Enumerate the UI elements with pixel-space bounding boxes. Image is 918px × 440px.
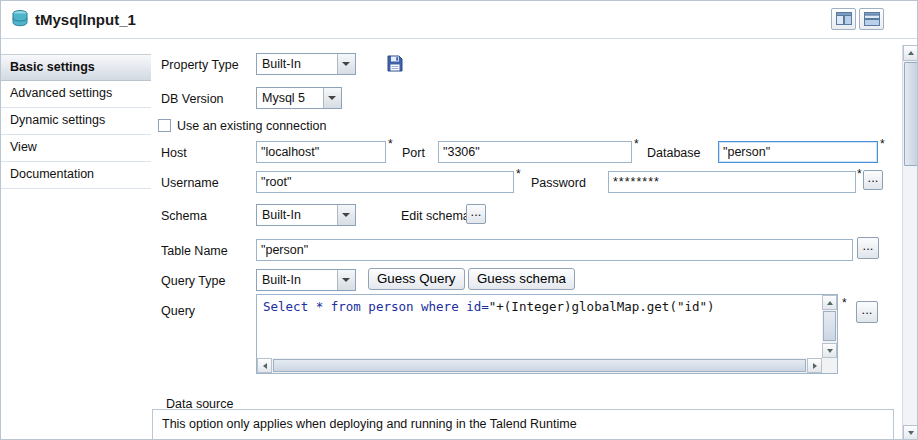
db-version-select[interactable]: Mysql 5 <box>256 87 342 109</box>
db-version-value: Mysql 5 <box>262 88 305 108</box>
sidebar-item-basic-settings[interactable]: Basic settings <box>1 54 151 81</box>
schema-select[interactable]: Built-In <box>256 204 356 226</box>
sidebar-item-label: Basic settings <box>10 60 95 74</box>
sidebar-item-advanced-settings[interactable]: Advanced settings <box>1 81 151 108</box>
query-sql-part: Select * from person where id= <box>263 299 489 314</box>
split-vertical-icon <box>836 12 852 26</box>
scroll-down-icon[interactable] <box>903 425 918 440</box>
data-source-note: This option only applies when deploying … <box>162 413 577 435</box>
password-input[interactable] <box>608 171 856 193</box>
username-input[interactable] <box>256 171 514 193</box>
query-editor[interactable]: Select * from person where id="+(Integer… <box>256 294 838 374</box>
query-type-select[interactable]: Built-In <box>256 269 356 291</box>
database-input[interactable] <box>718 141 878 163</box>
query-java-part: "+(Integer)globalMap.get("id") <box>489 299 715 314</box>
mysql-component-icon <box>10 9 30 29</box>
query-vscroll-thumb[interactable] <box>823 311 836 341</box>
layout-vertical-button[interactable] <box>859 8 884 30</box>
property-type-select[interactable]: Built-In <box>256 53 356 75</box>
scroll-right-icon[interactable] <box>807 358 822 373</box>
table-name-label: Table Name <box>161 240 228 262</box>
schema-value: Built-In <box>262 205 301 225</box>
required-marker: * <box>388 137 393 151</box>
guess-query-button[interactable]: Guess Query <box>368 268 465 290</box>
sidebar-item-label: Dynamic settings <box>10 113 105 127</box>
sidebar-item-label: Documentation <box>10 167 94 181</box>
table-name-browse-button[interactable]: ... <box>857 237 879 259</box>
component-settings-panel: tMysqlInput_1 Basic settings Advanced se… <box>0 0 918 440</box>
required-marker: * <box>880 137 885 151</box>
query-editor-open-button[interactable]: ... <box>856 301 878 323</box>
sidebar-item-documentation[interactable]: Documentation <box>1 162 151 189</box>
chevron-down-icon[interactable] <box>337 205 355 225</box>
layout-horizontal-button[interactable] <box>831 8 856 30</box>
ellipsis-icon: ... <box>471 204 482 219</box>
username-label: Username <box>161 172 219 194</box>
password-label: Password <box>531 172 586 194</box>
database-label: Database <box>647 142 701 164</box>
port-label: Port <box>402 142 425 164</box>
host-label: Host <box>161 142 187 164</box>
property-type-label: Property Type <box>161 54 239 76</box>
use-existing-connection-checkbox[interactable] <box>158 119 171 132</box>
required-marker: * <box>634 137 639 151</box>
sidebar-item-dynamic-settings[interactable]: Dynamic settings <box>1 108 151 135</box>
schema-label: Schema <box>161 205 207 227</box>
query-horizontal-scrollbar[interactable] <box>257 358 822 373</box>
query-hscroll-thumb[interactable] <box>273 359 806 372</box>
sidebar-item-label: Advanced settings <box>10 86 112 100</box>
guess-schema-button[interactable]: Guess schema <box>468 268 575 290</box>
component-title: tMysqlInput_1 <box>35 1 136 38</box>
ellipsis-icon: ... <box>862 302 873 317</box>
save-icon[interactable] <box>387 55 403 73</box>
use-existing-connection-label[interactable]: Use an existing connection <box>177 115 326 137</box>
query-type-label: Query Type <box>161 270 225 292</box>
scrollbar-corner <box>822 358 837 373</box>
edit-schema-button[interactable]: ... <box>466 204 486 224</box>
sidebar-item-label: View <box>10 140 37 154</box>
query-type-value: Built-In <box>262 270 301 290</box>
ellipsis-icon: ... <box>863 238 874 253</box>
chevron-down-icon[interactable] <box>337 270 355 290</box>
host-input[interactable] <box>256 141 386 163</box>
password-ellipsis-button[interactable]: ... <box>863 170 883 190</box>
scroll-left-icon[interactable] <box>257 358 272 373</box>
sidebar-item-view[interactable]: View <box>1 135 151 162</box>
ellipsis-icon: ... <box>868 170 879 185</box>
query-text[interactable]: Select * from person where id="+(Integer… <box>263 299 819 314</box>
split-horizontal-icon <box>864 12 880 26</box>
query-vertical-scrollbar[interactable] <box>822 295 837 358</box>
port-input[interactable] <box>438 141 632 163</box>
db-version-label: DB Version <box>161 88 224 110</box>
scroll-up-icon[interactable] <box>822 295 837 310</box>
required-marker: * <box>842 296 847 310</box>
query-label: Query <box>161 300 195 322</box>
page-vertical-scrollbar[interactable] <box>902 45 918 440</box>
chevron-down-icon[interactable] <box>337 54 355 74</box>
property-type-value: Built-In <box>262 54 301 74</box>
page-vscroll-thumb[interactable] <box>904 62 918 166</box>
header-bar: tMysqlInput_1 <box>1 1 917 39</box>
table-name-input[interactable] <box>256 239 853 261</box>
edit-schema-label: Edit schema <box>401 205 470 227</box>
required-marker: * <box>516 167 521 181</box>
required-marker: * <box>857 167 862 181</box>
scroll-up-icon[interactable] <box>903 45 918 61</box>
chevron-down-icon[interactable] <box>323 88 341 108</box>
scroll-down-icon[interactable] <box>822 343 837 358</box>
